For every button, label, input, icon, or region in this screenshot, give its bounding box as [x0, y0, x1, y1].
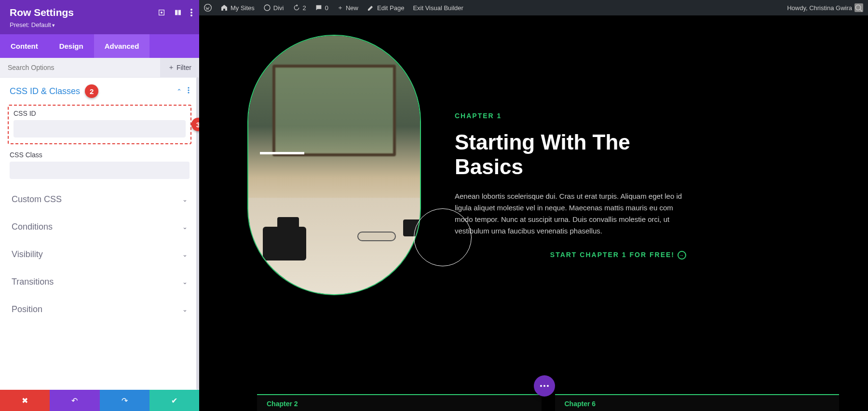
svg-point-10	[204, 4, 212, 12]
callout-3: 3	[191, 118, 199, 131]
chapter-card-6[interactable]: Chapter 6	[555, 394, 840, 411]
columns-icon[interactable]	[174, 9, 182, 18]
cta-link[interactable]: START CHAPTER 1 FOR FREE!	[550, 251, 686, 259]
preview-canvas: My Sites Divi 2 0 ＋New Edit Page Exit Vi…	[199, 0, 868, 411]
svg-point-9	[188, 92, 189, 93]
chapter-cards: Chapter 2 Chapter 6	[257, 394, 839, 411]
svg-rect-2	[175, 10, 177, 15]
updates-link[interactable]: 2	[293, 4, 306, 12]
chevron-down-icon: ⌄	[182, 306, 188, 313]
chapter-heading: Starting With The Basics	[455, 130, 686, 179]
my-sites-link[interactable]: My Sites	[220, 4, 255, 12]
exit-visual-builder[interactable]: Exit Visual Builder	[413, 4, 463, 12]
filter-button[interactable]: ＋Filter	[160, 58, 199, 77]
redo-button[interactable]: ↷	[100, 390, 149, 411]
arrow-right-icon	[678, 251, 686, 260]
new-link[interactable]: ＋New	[337, 3, 358, 12]
section-conditions[interactable]: Conditions⌄	[0, 213, 199, 241]
chapter-tag: CHAPTER 1	[455, 112, 686, 120]
menu-vertical-icon[interactable]	[190, 9, 192, 18]
css-id-field-highlight: CSS ID 3	[8, 105, 191, 144]
chapter-body: Aenean lobortis scelerisque dui. Cras ut…	[455, 191, 686, 237]
css-class-label: CSS Class	[10, 151, 190, 159]
svg-point-11	[264, 5, 270, 11]
save-button[interactable]: ✔	[149, 390, 199, 411]
section-css-id-classes[interactable]: CSS ID & Classes 2 ⌃	[0, 78, 199, 105]
search-input[interactable]	[0, 58, 160, 77]
svg-point-7	[188, 87, 189, 88]
svg-point-5	[190, 12, 192, 14]
css-class-input[interactable]	[10, 162, 190, 179]
search-icon[interactable]	[854, 4, 863, 14]
section-custom-css[interactable]: Custom CSS⌄	[0, 186, 199, 213]
hero-image	[247, 35, 421, 295]
edit-page-link[interactable]: Edit Page	[367, 4, 404, 12]
section-visibility[interactable]: Visibility⌄	[0, 241, 199, 268]
undo-button[interactable]: ↶	[50, 390, 99, 411]
css-id-label: CSS ID	[14, 110, 186, 117]
css-id-input[interactable]	[14, 120, 186, 137]
menu-vertical-icon[interactable]	[188, 87, 190, 96]
builder-fab[interactable]	[534, 375, 555, 397]
svg-point-1	[161, 12, 163, 14]
preset-dropdown[interactable]: Preset: Default	[10, 21, 190, 28]
text-column: CHAPTER 1 Starting With The Basics Aenea…	[455, 112, 686, 260]
section-transitions[interactable]: Transitions⌄	[0, 268, 199, 296]
decorative-ring	[414, 208, 472, 266]
settings-tabs: Content Design Advanced	[0, 34, 199, 58]
site-link[interactable]: Divi	[263, 4, 284, 12]
wp-logo-icon[interactable]	[204, 4, 212, 12]
search-row: ＋Filter	[0, 58, 199, 78]
expand-icon[interactable]	[158, 9, 165, 18]
section-position[interactable]: Position⌄	[0, 296, 199, 323]
svg-point-4	[190, 9, 192, 11]
chevron-down-icon: ⌄	[182, 223, 188, 231]
chapter-card-2[interactable]: Chapter 2	[257, 394, 542, 411]
css-class-field: CSS Class	[0, 149, 199, 186]
tab-design[interactable]: Design	[49, 34, 94, 58]
cancel-button[interactable]: ✖	[0, 390, 50, 411]
svg-point-6	[190, 14, 192, 16]
comments-link[interactable]: 0	[315, 4, 328, 12]
tab-advanced[interactable]: Advanced	[94, 34, 150, 58]
tab-content[interactable]: Content	[0, 34, 49, 58]
svg-point-8	[188, 89, 189, 91]
footer-actions: ✖ ↶ ↷ ✔	[0, 390, 199, 411]
settings-sidebar: Row Settings Preset: Default Content Des…	[0, 0, 199, 411]
wp-admin-bar: My Sites Divi 2 0 ＋New Edit Page Exit Vi…	[199, 0, 868, 15]
svg-rect-3	[178, 10, 181, 15]
svg-point-12	[855, 5, 861, 10]
plus-icon: ＋	[168, 63, 175, 72]
sections-scroll[interactable]: CSS ID & Classes 2 ⌃ CSS ID 3 CSS Class …	[0, 78, 199, 390]
plus-icon: ＋	[337, 3, 343, 12]
chevron-down-icon: ⌄	[182, 196, 188, 203]
chevron-up-icon[interactable]: ⌃	[176, 88, 182, 95]
chevron-down-icon: ⌄	[182, 251, 188, 258]
sidebar-header: Row Settings Preset: Default	[0, 0, 199, 34]
callout-2: 2	[85, 84, 98, 98]
preview-content: CHAPTER 1 Starting With The Basics Aenea…	[199, 15, 868, 295]
howdy-user[interactable]: Howdy, Christina Gwira	[787, 3, 863, 12]
chevron-down-icon: ⌄	[182, 278, 188, 286]
svg-line-13	[860, 9, 862, 12]
accent-bar	[260, 152, 304, 154]
